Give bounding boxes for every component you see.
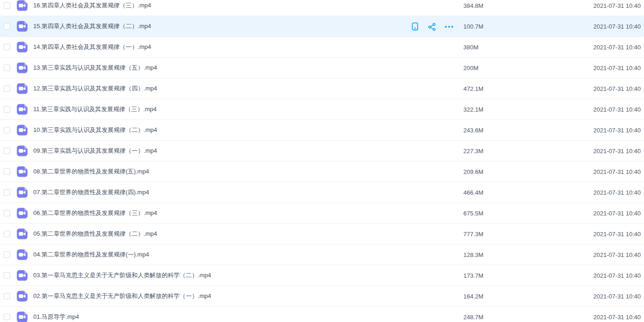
video-file-icon (16, 41, 28, 53)
video-file-icon (16, 186, 28, 198)
table-row[interactable]: 04.第二章世界的物质性及发展规律(一).mp4 (0, 244, 644, 265)
video-file-icon (16, 290, 28, 302)
video-file-icon (16, 145, 28, 157)
row-checkbox[interactable] (4, 272, 10, 279)
table-row[interactable]: 07.第二章世界的物质性及发展规律(四).mp4 (0, 182, 644, 203)
file-modified-date: 2021-07-31 10:40 (593, 23, 641, 30)
file-modified-date: 2021-07-31 10:40 (593, 210, 641, 217)
video-file-icon (16, 207, 28, 219)
row-checkbox[interactable] (4, 148, 10, 154)
video-file-icon (16, 269, 28, 281)
video-file-icon (16, 228, 28, 240)
row-hover-actions (410, 16, 454, 37)
video-file-icon (16, 103, 28, 115)
file-size: 128.3M (463, 251, 483, 258)
table-row[interactable]: 10.第三章实践与认识及其发展规律（二）.mp4 (0, 120, 644, 141)
table-row[interactable]: 09.第三章实践与认识及其发展规律（一）.mp4 (0, 141, 644, 161)
row-checkbox[interactable] (4, 106, 10, 113)
table-row[interactable]: 02.第一章马克思主义是关于无产阶级和人类解放的科学（一）.mp4 (0, 286, 644, 307)
share-icon[interactable] (427, 22, 437, 31)
file-name[interactable]: 12.第三章实践与认识及其发展规律（四）.mp4 (33, 84, 157, 93)
video-file-icon (16, 166, 28, 178)
file-name[interactable]: 01.马原导学.mp4 (33, 313, 79, 321)
file-size: 675.5M (463, 210, 483, 217)
file-name[interactable]: 03.第一章马克思主义是关于无产阶级和人类解放的科学（二）.mp4 (33, 271, 211, 280)
more-icon[interactable] (444, 22, 454, 31)
row-checkbox[interactable] (4, 2, 10, 9)
file-name[interactable]: 10.第三章实践与认识及其发展规律（二）.mp4 (33, 126, 157, 134)
row-checkbox[interactable] (4, 65, 10, 71)
file-name[interactable]: 13.第三章实践与认识及其发展规律（五）.mp4 (33, 64, 157, 72)
video-file-icon (16, 311, 28, 322)
file-name[interactable]: 16.第四章人类社会及其发展规律（三）.mp4 (33, 1, 151, 10)
row-checkbox[interactable] (4, 127, 10, 133)
row-checkbox[interactable] (4, 44, 10, 50)
row-checkbox[interactable] (4, 168, 10, 175)
video-file-icon (16, 62, 28, 74)
row-checkbox[interactable] (4, 314, 10, 320)
table-row[interactable]: 01.马原导学.mp4 (0, 307, 644, 322)
file-size: 777.3M (463, 231, 483, 238)
row-checkbox[interactable] (4, 85, 10, 92)
file-name[interactable]: 11.第三章实践与认识及其发展规律（三）.mp4 (33, 105, 157, 113)
send-to-phone-icon[interactable] (410, 22, 419, 31)
file-size: 384.8M (463, 2, 483, 9)
file-size: 164.2M (463, 293, 483, 300)
file-modified-date: 2021-07-31 10:40 (593, 127, 641, 134)
table-row[interactable]: 05.第二章世界的物质性及发展规律（二）.mp4 (0, 224, 644, 244)
table-row[interactable]: 12.第三章实践与认识及其发展规律（四）.mp4 (0, 78, 644, 99)
table-row[interactable]: 06.第二章世界的物质性及发展规律（三）.mp4 (0, 203, 644, 224)
file-size: 248.7M (463, 314, 483, 321)
file-name[interactable]: 07.第二章世界的物质性及发展规律(四).mp4 (33, 188, 149, 197)
file-modified-date: 2021-07-31 10:40 (593, 65, 641, 72)
file-name[interactable]: 02.第一章马克思主义是关于无产阶级和人类解放的科学（一）.mp4 (33, 292, 211, 300)
video-file-icon (16, 124, 28, 136)
file-name[interactable]: 14.第四章人类社会及其发展规律（一）.mp4 (33, 43, 151, 51)
file-name[interactable]: 08.第二章世界的物质性及发展规律(五).mp4 (33, 167, 149, 176)
row-checkbox[interactable] (4, 231, 10, 237)
video-file-icon (16, 20, 28, 32)
file-size: 472.1M (463, 85, 483, 92)
row-checkbox[interactable] (4, 210, 10, 216)
table-row[interactable]: 14.第四章人类社会及其发展规律（一）.mp4 (0, 37, 644, 58)
file-modified-date: 2021-07-31 10:40 (593, 189, 641, 196)
file-modified-date: 2021-07-31 10:40 (593, 168, 641, 175)
table-row[interactable]: 15.第四章人类社会及其发展规律（二）.mp4 (0, 16, 644, 37)
file-name[interactable]: 15.第四章人类社会及其发展规律（二）.mp4 (33, 22, 151, 30)
table-row[interactable]: 08.第二章世界的物质性及发展规律(五).mp4 (0, 161, 644, 182)
file-size: 243.6M (463, 127, 483, 134)
file-size: 173.7M (463, 272, 483, 279)
file-name[interactable]: 04.第二章世界的物质性及发展规律(一).mp4 (33, 250, 149, 259)
file-name[interactable]: 09.第三章实践与认识及其发展规律（一）.mp4 (33, 147, 157, 155)
file-modified-date: 2021-07-31 10:40 (593, 251, 641, 258)
file-size: 100.7M (463, 23, 483, 30)
table-row[interactable]: 16.第四章人类社会及其发展规律（三）.mp4 (0, 0, 644, 16)
file-modified-date: 2021-07-31 10:40 (593, 293, 641, 300)
row-checkbox[interactable] (4, 251, 10, 258)
video-file-icon (16, 83, 28, 95)
file-modified-date: 2021-07-31 10:40 (593, 106, 641, 113)
file-modified-date: 2021-07-31 10:40 (593, 231, 641, 238)
table-row[interactable]: 11.第三章实践与认识及其发展规律（三）.mp4 (0, 99, 644, 120)
row-checkbox[interactable] (4, 189, 10, 196)
file-modified-date: 2021-07-31 10:40 (593, 314, 641, 321)
file-size: 200M (463, 65, 479, 72)
file-size: 227.3M (463, 148, 483, 155)
table-row[interactable]: 03.第一章马克思主义是关于无产阶级和人类解放的科学（二）.mp4 (0, 265, 644, 286)
table-row[interactable]: 13.第三章实践与认识及其发展规律（五）.mp4 (0, 58, 644, 78)
file-list: 16.第四章人类社会及其发展规律（三）.mp4 (0, 0, 644, 322)
video-file-icon (16, 249, 28, 261)
file-name[interactable]: 06.第二章世界的物质性及发展规律（三）.mp4 (33, 209, 157, 217)
file-modified-date: 2021-07-31 10:40 (593, 272, 641, 279)
row-checkbox[interactable] (4, 293, 10, 299)
file-size: 209.6M (463, 168, 483, 175)
file-name[interactable]: 05.第二章世界的物质性及发展规律（二）.mp4 (33, 230, 157, 238)
file-size: 466.4M (463, 189, 483, 196)
file-size: 322.1M (463, 106, 483, 113)
video-file-icon (16, 0, 28, 12)
file-modified-date: 2021-07-31 10:40 (593, 148, 641, 155)
file-modified-date: 2021-07-31 10:40 (593, 44, 641, 51)
file-modified-date: 2021-07-31 10:40 (593, 85, 641, 92)
file-modified-date: 2021-07-31 10:40 (593, 2, 641, 9)
row-checkbox[interactable] (4, 23, 10, 30)
